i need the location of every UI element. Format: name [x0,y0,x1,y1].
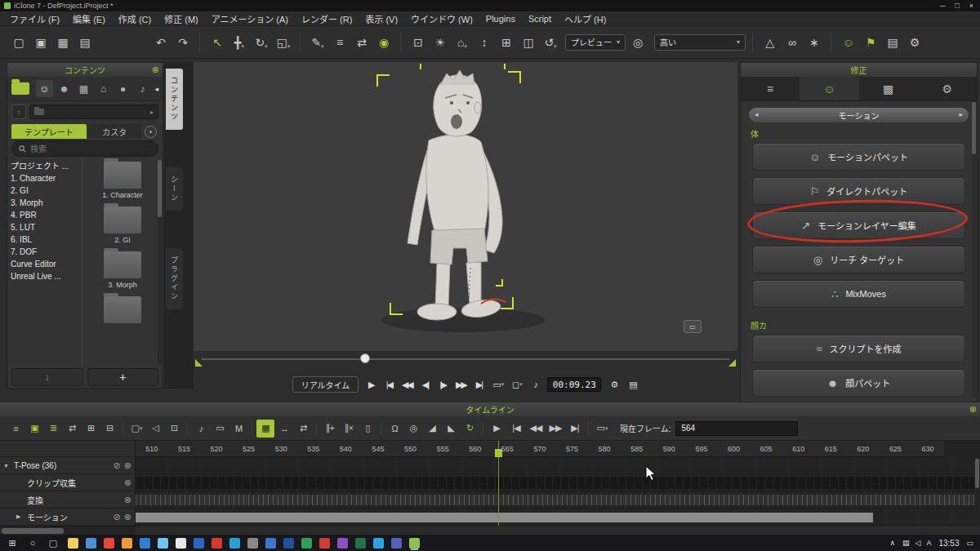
task-view-button[interactable]: ▢ [46,538,60,549]
align-tool-icon[interactable]: ≡ [329,32,350,52]
rotate-tool-icon[interactable]: ↻ [251,32,271,52]
scrollbar-thumb[interactable] [972,102,976,154]
range-select-icon[interactable]: ▭ [593,420,611,438]
realtime-button[interactable]: リアルタイム [292,376,359,393]
undo-icon[interactable]: ↶ [150,32,171,52]
template-folder-icon[interactable] [11,82,29,95]
prop-tab-icon[interactable]: ▦ [75,80,92,97]
clipboard-icon[interactable]: ▤ [882,32,902,52]
layer-view-icon[interactable]: ◫ [518,32,538,52]
snap-icon[interactable]: ▦ [256,420,274,438]
taskbar-app-icon[interactable] [158,538,168,549]
audio-icon[interactable]: ◁ [146,420,164,438]
caption-toggle-button[interactable]: ▭ [684,320,702,333]
scrollbar-thumb[interactable] [158,160,162,217]
tl-play-button[interactable]: ▶ [488,420,506,438]
menu-item[interactable]: 修正 (M) [158,12,205,25]
object-track-icon[interactable]: ▢ [127,420,145,438]
menu-item[interactable]: 編集 (E) [66,12,112,25]
scrollbar-thumb[interactable] [2,528,64,534]
minimize-button[interactable]: ─ [940,2,945,10]
light-icon[interactable]: ☀ [430,32,450,52]
taskbar-app-icon[interactable] [104,538,114,549]
search-input[interactable] [30,144,128,153]
dock-tab[interactable]: シーン [166,167,183,211]
add-content-button[interactable]: + [87,368,159,386]
flag-icon[interactable]: ⚑ [860,32,880,52]
visibility-icon[interactable]: ◉ [373,32,394,52]
tree-item[interactable]: 6. IBL [11,233,82,246]
animation-tab-icon[interactable]: ☺ [800,77,858,100]
scene-tab-icon[interactable]: ⌂ [95,80,112,97]
tray-icon[interactable]: ▤ [902,539,910,547]
motion-puppet-button[interactable]: ☺ モーションパペット [752,143,965,171]
menu-item[interactable]: レンダー (R) [295,12,359,25]
paint-tool-icon[interactable]: ✎ [307,32,327,52]
expand-arrow-icon[interactable]: ▼ [3,463,11,469]
content-scrollbar[interactable] [158,160,162,365]
folder-thumbnail[interactable]: 2. GI [104,207,141,244]
motion-section-header[interactable]: ◂ モーション ▸ [749,108,969,122]
tree-item[interactable]: Curve Editor [11,258,82,270]
tl-forward-button[interactable]: ▶▶ [546,420,564,438]
open-project-icon[interactable]: ▣ [30,32,51,52]
track-label-row[interactable]: クリップ収集 ⊗ [0,474,135,491]
export-project-icon[interactable]: ▤ [74,32,95,52]
taskbar-app-icon[interactable] [68,538,78,549]
pan-view-icon[interactable]: ↕ [474,32,494,52]
close-button[interactable]: × [969,2,973,10]
folder-thumbnail[interactable]: 3. Morph [104,251,141,289]
remove-track-icon[interactable]: ⊗ [124,495,131,505]
close-icon[interactable]: ⊗ [969,404,977,415]
cluster-tool-icon[interactable]: ∗ [804,32,824,52]
display-list-icon[interactable]: ▤ [626,377,639,392]
track-label-row[interactable]: ▶ モーション ⊘ ⊗ [0,509,135,526]
folder-thumbnail[interactable]: 1. Character [102,162,143,199]
tree-item[interactable]: 7. DOF [11,246,82,258]
clip-bar[interactable] [136,513,873,522]
tree-item[interactable]: プロジェクト ... [11,160,82,172]
tree-item[interactable]: 3. Morph [11,197,82,209]
tree-item[interactable]: Unreal Live ... [11,270,82,282]
ease-out-icon[interactable]: ◣ [442,420,460,438]
clip-bar[interactable] [136,495,974,505]
prev-frame-button[interactable]: ◀| [418,377,431,392]
new-project-icon[interactable]: ▢ [8,32,29,52]
redo-icon[interactable]: ↷ [172,32,193,52]
track-label-row[interactable]: ▼ T-Pose (36) ⊘ ⊗ [0,457,135,474]
orbit-view-icon[interactable]: ↺ [540,32,560,52]
tray-chevron-icon[interactable]: ∧ [889,539,895,547]
tree-item[interactable]: 2. GI [11,184,82,197]
mixmoves-button[interactable]: ∴ MixMoves [752,280,965,308]
slider-track[interactable] [202,358,729,360]
forward-button[interactable]: ▶▶ [454,377,467,392]
taskbar-app-icon[interactable] [140,538,150,549]
menu-item[interactable]: ヘルプ (H) [558,12,612,25]
taskbar-app-icon[interactable] [319,538,330,549]
menu-item[interactable]: ウインドウ (W) [404,12,479,25]
close-icon[interactable]: ⊗ [152,64,159,75]
loop-icon[interactable]: ↻ [461,420,479,438]
folder-up-button[interactable]: ↑ [11,104,26,119]
zoom-range-icon[interactable]: ⇄ [294,420,312,438]
start-button[interactable]: ⊞ [5,538,20,549]
scale-tool-icon[interactable]: ◱ [273,32,293,52]
create-script-button[interactable]: ≈ スクリプトを作成 [752,335,965,362]
select-tool-icon[interactable]: ↖ [207,32,227,52]
play-button[interactable]: ▶ [364,377,377,392]
frame-ruler[interactable]: 5105155205255305355405455505555605655705… [136,441,944,457]
slider-handle[interactable] [360,353,370,363]
taskbar-app-icon[interactable] [122,538,132,549]
quality-dropdown[interactable]: 高い ▾ [654,34,746,51]
remove-track-icon[interactable]: ⊟ [100,420,118,438]
maximize-button[interactable]: □ [955,2,959,10]
scrollbar-thumb[interactable] [975,459,979,488]
loop-range-button[interactable]: ▭ [491,377,504,392]
collect-clip-icon[interactable]: ▣ [25,420,43,438]
track-layer-icon[interactable]: ≣ [44,420,62,438]
add-clip-icon[interactable]: ∥+ [321,420,339,438]
taskbar-app-icon[interactable] [265,538,276,549]
tree-item[interactable]: 4. PBR [11,209,82,221]
tab-template[interactable]: テンプレート [11,124,87,139]
collapse-panel-icon[interactable]: ◂ [154,85,158,93]
